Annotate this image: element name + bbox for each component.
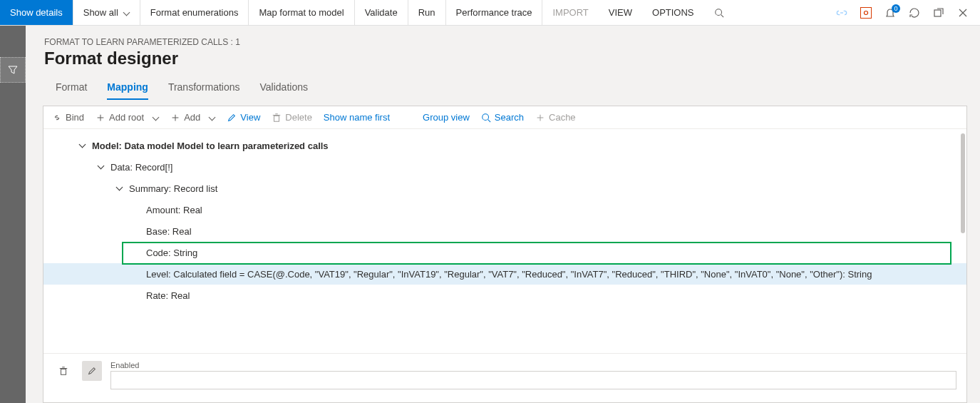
- notifications-icon[interactable]: 0: [884, 7, 896, 19]
- run-button[interactable]: Run: [408, 0, 446, 25]
- tree-node-base[interactable]: Base: Real: [43, 220, 966, 242]
- tab-format[interactable]: Format: [56, 77, 87, 100]
- svg-point-0: [715, 9, 721, 15]
- collapse-icon[interactable]: [78, 141, 86, 150]
- tree-node-summary[interactable]: Summary: Record list: [43, 178, 966, 199]
- plus-icon: [170, 113, 180, 123]
- search-icon: [481, 113, 491, 123]
- trash-icon: [58, 366, 68, 376]
- refresh-icon[interactable]: [909, 7, 920, 19]
- import-menu[interactable]: IMPORT: [542, 0, 598, 25]
- search-icon: [714, 8, 724, 18]
- show-details-button[interactable]: Show details: [0, 0, 73, 25]
- tree-node-rate[interactable]: Rate: Real: [43, 285, 966, 306]
- tree-view[interactable]: Model: Data model Model to learn paramet…: [43, 129, 966, 353]
- tree-node-model[interactable]: Model: Data model Model to learn paramet…: [43, 135, 966, 156]
- svg-line-14: [488, 119, 490, 122]
- close-icon[interactable]: [957, 7, 969, 19]
- validate-button[interactable]: Validate: [355, 0, 408, 25]
- svg-point-13: [483, 113, 489, 120]
- popout-icon[interactable]: [933, 7, 944, 19]
- tree-node-level[interactable]: Level: Calculated field = CASE(@.Code, "…: [43, 263, 966, 285]
- delete-button: Delete: [272, 112, 312, 123]
- group-view-button[interactable]: Group view: [423, 112, 470, 123]
- performance-trace-button[interactable]: Performance trace: [446, 0, 543, 25]
- tab-validations[interactable]: Validations: [260, 77, 308, 100]
- edit-property-button[interactable]: [82, 361, 102, 381]
- edit-icon: [227, 113, 237, 123]
- tab-transformations[interactable]: Transformations: [168, 77, 240, 100]
- chevron-down-icon: [208, 114, 215, 121]
- add-dropdown[interactable]: Add: [170, 112, 215, 123]
- properties-form: Enabled: [43, 353, 966, 402]
- office-icon[interactable]: O: [860, 7, 872, 19]
- plus-icon: [96, 113, 105, 123]
- plus-icon: [535, 113, 545, 123]
- scrollbar-thumb[interactable]: [961, 133, 965, 233]
- edit-icon: [87, 366, 97, 376]
- show-name-first-button[interactable]: Show name first: [324, 112, 390, 123]
- svg-rect-17: [61, 369, 66, 374]
- tree-node-amount[interactable]: Amount: Real: [43, 199, 966, 220]
- collapse-icon[interactable]: [96, 163, 105, 171]
- notification-count: 0: [892, 4, 900, 13]
- search-button-panel[interactable]: Search: [481, 112, 524, 123]
- chevron-down-icon: [152, 114, 159, 121]
- collapse-icon[interactable]: [115, 184, 123, 193]
- format-enumerations-button[interactable]: Format enumerations: [140, 0, 249, 25]
- svg-line-1: [721, 14, 723, 17]
- attach-icon[interactable]: [836, 7, 847, 19]
- content-area: FORMAT TO LEARN PARAMETERIZED CALLS : 1 …: [26, 26, 980, 403]
- panel-toolbar: Bind Add root Add View: [43, 106, 966, 129]
- enabled-label: Enabled: [110, 361, 956, 369]
- view-button[interactable]: View: [227, 112, 260, 123]
- trash-icon: [272, 113, 282, 123]
- mapping-panel: Bind Add root Add View: [43, 106, 967, 403]
- enabled-input[interactable]: [110, 371, 956, 389]
- add-root-dropdown[interactable]: Add root: [96, 112, 159, 123]
- breadcrumb: FORMAT TO LEARN PARAMETERIZED CALLS : 1: [26, 33, 980, 49]
- cache-button: Cache: [535, 112, 576, 123]
- delete-property-button[interactable]: [53, 361, 73, 381]
- tree-node-code[interactable]: Code: String: [43, 242, 966, 263]
- show-all-dropdown[interactable]: Show all: [73, 0, 140, 25]
- tree-node-data[interactable]: Data: Record[!]: [43, 156, 966, 178]
- top-toolbar: Show details Show all Format enumeration…: [0, 0, 980, 26]
- options-menu[interactable]: OPTIONS: [642, 0, 704, 25]
- tabs: Format Mapping Transformations Validatio…: [37, 77, 980, 100]
- map-format-to-model-button[interactable]: Map format to model: [249, 0, 354, 25]
- search-button[interactable]: [704, 0, 734, 25]
- bind-button[interactable]: Bind: [52, 112, 84, 123]
- tab-mapping[interactable]: Mapping: [107, 77, 148, 100]
- svg-rect-10: [274, 116, 279, 121]
- chevron-down-icon: [123, 9, 130, 16]
- bind-icon: [52, 113, 62, 123]
- left-sidebar: [0, 26, 26, 403]
- view-menu[interactable]: VIEW: [599, 0, 642, 25]
- filter-button[interactable]: [0, 57, 26, 83]
- svg-rect-2: [934, 10, 941, 16]
- system-icons: O 0: [825, 0, 980, 25]
- page-title: Format designer: [26, 49, 980, 77]
